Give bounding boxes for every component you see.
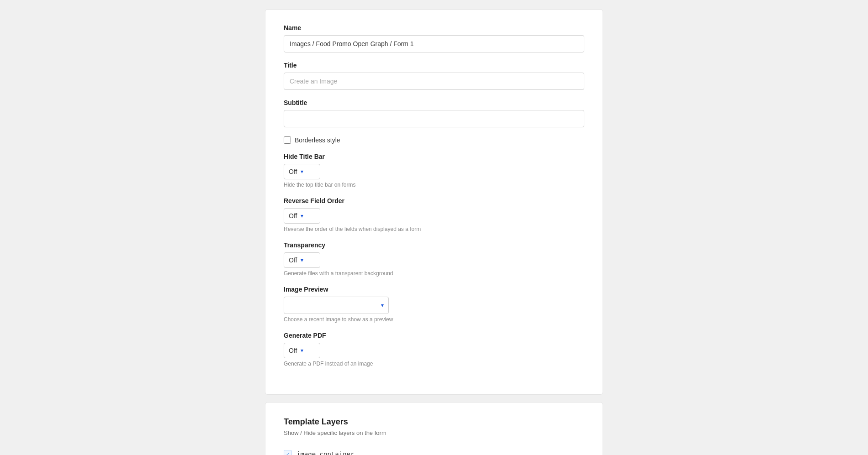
reverse-field-label: Reverse Field Order [284, 197, 584, 204]
borderless-checkbox[interactable] [284, 136, 291, 144]
main-form-card: Name Title Subtitle Borderless style Hid… [265, 9, 603, 395]
hide-title-bar-group: Hide Title Bar Off ▾ Hide the top title … [284, 153, 584, 188]
reverse-field-value: Off [289, 212, 297, 220]
generate-pdf-label: Generate PDF [284, 332, 584, 339]
generate-pdf-dropdown[interactable]: Off ▾ [284, 343, 320, 358]
transparency-value: Off [289, 256, 297, 264]
borderless-label: Borderless style [295, 136, 340, 144]
layers-list: ✓image_container✓logo [284, 445, 584, 455]
template-layers-card: Template Layers Show / Hide specific lay… [265, 402, 603, 455]
title-label: Title [284, 62, 584, 69]
image-preview-group: Image Preview ▾ Choose a recent image to… [284, 286, 584, 323]
layer-check-icon[interactable]: ✓ [284, 450, 292, 455]
image-preview-label: Image Preview [284, 286, 584, 293]
transparency-help: Generate files with a transparent backgr… [284, 270, 584, 277]
subtitle-field-group: Subtitle [284, 99, 584, 127]
chevron-down-icon: ▾ [301, 168, 303, 175]
page-wrapper: Name Title Subtitle Borderless style Hid… [0, 0, 868, 455]
subtitle-label: Subtitle [284, 99, 584, 106]
hide-title-bar-help: Hide the top title bar on forms [284, 182, 584, 188]
reverse-field-dropdown[interactable]: Off ▾ [284, 208, 320, 224]
template-layers-title: Template Layers [284, 417, 584, 427]
subtitle-input[interactable] [284, 110, 584, 127]
hide-title-bar-dropdown[interactable]: Off ▾ [284, 164, 320, 179]
transparency-label: Transparency [284, 241, 584, 249]
title-input[interactable] [284, 73, 584, 90]
hide-title-bar-label: Hide Title Bar [284, 153, 584, 160]
generate-pdf-group: Generate PDF Off ▾ Generate a PDF instea… [284, 332, 584, 367]
content-area: Name Title Subtitle Borderless style Hid… [265, 9, 603, 455]
template-layers-subtitle: Show / Hide specific layers on the form [284, 429, 584, 436]
chevron-down-icon: ▾ [301, 213, 303, 219]
chevron-down-icon: ▾ [301, 347, 303, 354]
name-field-group: Name [284, 24, 584, 52]
title-field-group: Title [284, 62, 584, 90]
transparency-group: Transparency Off ▾ Generate files with a… [284, 241, 584, 277]
list-item: ✓image_container [284, 445, 584, 455]
borderless-style-row: Borderless style [284, 136, 584, 144]
image-preview-dropdown[interactable]: ▾ [284, 297, 389, 314]
chevron-down-icon: ▾ [381, 302, 384, 309]
name-input[interactable] [284, 35, 584, 52]
image-preview-help: Choose a recent image to show as a previ… [284, 316, 584, 323]
hide-title-bar-value: Off [289, 168, 297, 175]
reverse-field-order-group: Reverse Field Order Off ▾ Reverse the or… [284, 197, 584, 232]
transparency-dropdown[interactable]: Off ▾ [284, 252, 320, 268]
layer-name-label: image_container [296, 450, 354, 455]
name-label: Name [284, 24, 584, 31]
generate-pdf-value: Off [289, 347, 297, 354]
generate-pdf-help: Generate a PDF instead of an image [284, 361, 584, 367]
chevron-down-icon: ▾ [301, 257, 303, 263]
reverse-field-help: Reverse the order of the fields when dis… [284, 226, 584, 232]
